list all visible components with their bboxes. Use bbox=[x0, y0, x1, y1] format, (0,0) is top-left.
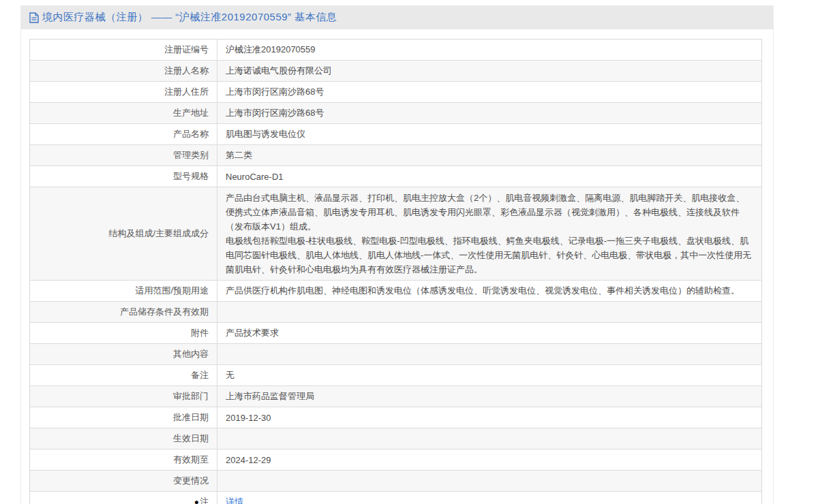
table-row: 附件 产品技术要求 bbox=[30, 323, 761, 344]
page: 境内医疗器械（注册） —— “沪械注准20192070559” 基本信息 注册证… bbox=[0, 0, 818, 504]
table-row: 型号规格 NeuroCare-D1 bbox=[30, 166, 761, 187]
row-label: 型号规格 bbox=[30, 166, 217, 187]
note-label: 注 bbox=[200, 496, 209, 504]
table-row: 其他内容 bbox=[30, 344, 761, 365]
row-label: 产品储存条件及有效期 bbox=[30, 302, 217, 322]
table-row: 产品名称 肌电图与诱发电位仪 bbox=[30, 124, 761, 145]
row-label: 结构及组成/主要组成成分 bbox=[30, 187, 217, 280]
row-label: 注册人住所 bbox=[30, 82, 217, 102]
table-row: 管理类别 第二类 bbox=[30, 145, 761, 166]
row-value: 产品技术要求 bbox=[217, 323, 761, 343]
row-label: 产品名称 bbox=[30, 124, 217, 144]
row-label: 有效期至 bbox=[30, 450, 217, 470]
row-label: 附件 bbox=[30, 323, 217, 343]
row-label: 注册证编号 bbox=[30, 40, 217, 60]
row-value bbox=[217, 302, 761, 322]
row-label: 管理类别 bbox=[30, 145, 217, 166]
row-label: 变更情况 bbox=[30, 471, 217, 491]
table-row: 备注 无 bbox=[30, 365, 761, 386]
row-label: 备注 bbox=[30, 365, 217, 385]
row-value: 肌电图与诱发电位仪 bbox=[217, 124, 761, 144]
row-label: 注册人名称 bbox=[30, 61, 217, 81]
row-value: 无 bbox=[217, 365, 761, 385]
table-row: 注册人名称 上海诺诚电气股份有限公司 bbox=[30, 61, 761, 82]
row-value: 上海市药品监督管理局 bbox=[217, 386, 761, 407]
row-value: 2019-12-30 bbox=[217, 407, 761, 428]
row-value: 2024-12-29 bbox=[217, 450, 761, 470]
table-row: 注册人住所 上海市闵行区南沙路68号 bbox=[30, 82, 761, 103]
table-row-note: ●注 详情 bbox=[30, 492, 761, 504]
table-row: 批准日期 2019-12-30 bbox=[30, 407, 761, 428]
row-value: 上海诺诚电气股份有限公司 bbox=[217, 61, 761, 81]
page-title: 境内医疗器械（注册） —— “沪械注准20192070559” 基本信息 bbox=[42, 11, 337, 24]
table-row: 产品储存条件及有效期 bbox=[30, 302, 761, 323]
page-header: 境内医疗器械（注册） —— “沪械注准20192070559” 基本信息 bbox=[21, 5, 773, 29]
row-value: 第二类 bbox=[217, 145, 761, 166]
row-label: 审批部门 bbox=[30, 386, 217, 407]
row-label: 生效日期 bbox=[30, 428, 217, 449]
row-label: 生产地址 bbox=[30, 103, 217, 123]
table-row: 有效期至 2024-12-29 bbox=[30, 450, 761, 471]
document-icon bbox=[29, 12, 39, 23]
row-label: ●注 bbox=[30, 492, 217, 504]
composition-paragraph-2: 电极线包括鞍型电极-柱状电极线、鞍型电极-凹型电极线、指环电极线、鳄鱼夹电极线、… bbox=[226, 234, 753, 277]
table-row: 变更情况 bbox=[30, 471, 761, 492]
table-row: 生效日期 bbox=[30, 428, 761, 450]
detail-link[interactable]: 详情 bbox=[226, 496, 243, 504]
table-row: 生产地址 上海市闵行区南沙路68号 bbox=[30, 103, 761, 124]
table-row-composition: 结构及组成/主要组成成分 产品由台式电脑主机、液晶显示器、打印机、肌电主控放大盒… bbox=[30, 187, 761, 281]
row-value bbox=[217, 428, 761, 449]
table-row: 审批部门 上海市药品监督管理局 bbox=[30, 386, 761, 407]
row-label: 批准日期 bbox=[30, 407, 217, 428]
info-table: 注册证编号 沪械注准20192070559 注册人名称 上海诺诚电气股份有限公司… bbox=[29, 39, 762, 504]
row-value: 上海市闵行区南沙路68号 bbox=[217, 82, 761, 102]
content-panel: 境内医疗器械（注册） —— “沪械注准20192070559” 基本信息 注册证… bbox=[20, 5, 774, 504]
row-value bbox=[217, 471, 761, 491]
row-label: 其他内容 bbox=[30, 344, 217, 364]
composition-paragraph-1: 产品由台式电脑主机、液晶显示器、打印机、肌电主控放大盒（2个）、肌电音视频刺激盒… bbox=[226, 191, 753, 234]
row-value: 产品供医疗机构作肌电图、神经电图和诱发电位（体感诱发电位、听觉诱发电位、视觉诱发… bbox=[217, 281, 761, 301]
row-label: 适用范围/预期用途 bbox=[30, 281, 217, 301]
row-value: 沪械注准20192070559 bbox=[217, 40, 761, 60]
row-value: NeuroCare-D1 bbox=[217, 166, 761, 187]
table-row: 适用范围/预期用途 产品供医疗机构作肌电图、神经电图和诱发电位（体感诱发电位、听… bbox=[30, 281, 761, 302]
row-value: 产品由台式电脑主机、液晶显示器、打印机、肌电主控放大盒（2个）、肌电音视频刺激盒… bbox=[217, 187, 761, 280]
row-value: 上海市闵行区南沙路68号 bbox=[217, 103, 761, 123]
row-value bbox=[217, 344, 761, 364]
note-bullet-icon: ● bbox=[194, 498, 199, 504]
row-value: 详情 bbox=[217, 492, 761, 504]
table-row: 注册证编号 沪械注准20192070559 bbox=[30, 40, 761, 61]
